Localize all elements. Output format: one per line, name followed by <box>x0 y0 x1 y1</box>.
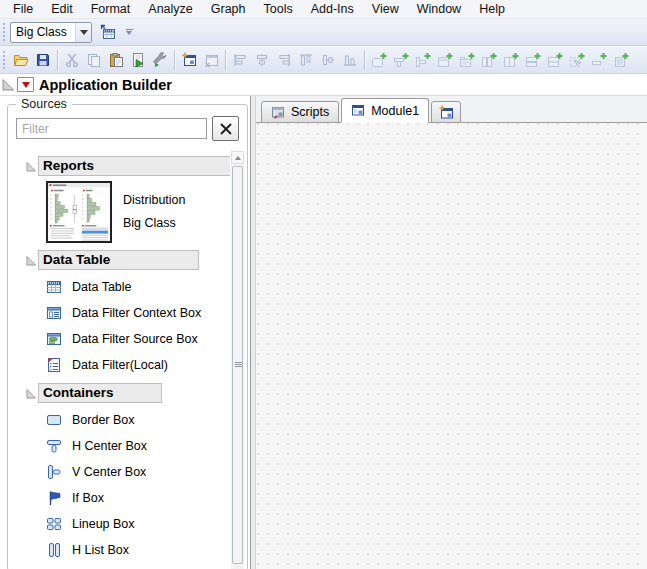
add-v-center-box-icon <box>415 52 431 68</box>
workspace-panel: Scripts Module1 <box>256 96 647 569</box>
data-filter-local-icon <box>45 356 63 374</box>
debug-application-icon <box>152 52 168 68</box>
add-sheet-box-button[interactable] <box>610 48 632 71</box>
menu-tools[interactable]: Tools <box>255 0 302 18</box>
section-header-containers[interactable]: Containers <box>38 383 162 403</box>
align-top-button[interactable] <box>295 48 317 71</box>
add-v-splitter-box-button[interactable] <box>544 48 566 71</box>
red-triangle-icon <box>22 82 30 88</box>
list-item-data-filter-context-box[interactable]: Data Filter Context Box <box>9 300 230 326</box>
list-item-h-center-box[interactable]: H Center Box <box>9 433 230 459</box>
add-spacer-box-button[interactable] <box>588 48 610 71</box>
if-box-icon <box>45 489 63 507</box>
add-selection-box-button[interactable] <box>566 48 588 71</box>
list-item-lineup-box[interactable]: Lineup Box <box>9 511 230 537</box>
list-item-distribution-report[interactable]: Distribution Big Class <box>46 181 230 243</box>
run-application-icon <box>130 52 146 68</box>
list-item-data-table[interactable]: Data Table <box>9 274 230 300</box>
disclosure-triangle-icon[interactable] <box>26 162 36 172</box>
menu-graph[interactable]: Graph <box>202 0 255 18</box>
outline-collapse-icon[interactable] <box>2 79 14 91</box>
open-icon <box>13 52 29 68</box>
section-label: Reports <box>43 158 94 173</box>
toolbar-overflow-button[interactable] <box>123 21 135 43</box>
menu-edit[interactable]: Edit <box>42 0 82 18</box>
list-item-h-list-box[interactable]: H List Box <box>9 537 230 563</box>
tab-new-module[interactable] <box>431 101 461 123</box>
paste-button[interactable] <box>105 48 127 71</box>
add-panel-box-button[interactable] <box>434 48 456 71</box>
menu-analyze[interactable]: Analyze <box>139 0 201 18</box>
menu-help[interactable]: Help <box>470 0 514 18</box>
run-application-button[interactable] <box>127 48 149 71</box>
module-design-canvas[interactable] <box>256 123 647 569</box>
menu-window[interactable]: Window <box>408 0 470 18</box>
scrollbar-up-button[interactable] <box>231 151 244 164</box>
copy-button[interactable] <box>83 48 105 71</box>
chevron-down-icon[interactable] <box>75 23 91 42</box>
menu-add-ins[interactable]: Add-Ins <box>302 0 363 18</box>
add-h-list-box-icon <box>481 52 497 68</box>
menu-bar: File Edit Format Analyze Graph Tools Add… <box>0 0 647 19</box>
toolbar-grip[interactable] <box>3 51 5 69</box>
list-item-v-list-box[interactable]: V List Box <box>9 563 230 569</box>
open-button[interactable] <box>10 48 32 71</box>
section-header-data-table[interactable]: Data Table <box>38 250 199 270</box>
add-h-center-box-icon <box>393 52 409 68</box>
scrollbar-grip-icon <box>235 362 242 368</box>
add-h-center-box-button[interactable] <box>390 48 412 71</box>
add-h-splitter-box-button[interactable] <box>500 48 522 71</box>
new-module-button[interactable] <box>178 48 200 71</box>
data-table-toolbar: Big Class <box>0 19 647 46</box>
menu-view[interactable]: View <box>363 0 408 18</box>
data-table-select[interactable]: Big Class <box>10 22 92 43</box>
debug-application-button[interactable] <box>149 48 171 71</box>
list-item-if-box[interactable]: If Box <box>9 485 230 511</box>
sources-group-label: Sources <box>16 97 72 111</box>
list-item-border-box[interactable]: Border Box <box>9 407 230 433</box>
align-right-button[interactable] <box>273 48 295 71</box>
align-center-horizontal-button[interactable] <box>251 48 273 71</box>
toolbar-separator <box>364 50 365 70</box>
item-label: H List Box <box>72 543 129 557</box>
section-header-reports[interactable]: Reports <box>38 156 230 176</box>
tab-scripts[interactable]: Scripts <box>261 101 339 123</box>
scripts-tab-icon <box>271 105 286 120</box>
cut-button[interactable] <box>61 48 83 71</box>
toolbar-separator <box>225 50 226 70</box>
tab-module1[interactable]: Module1 <box>341 98 429 123</box>
sources-panel: Sources Reports <box>0 96 250 569</box>
clear-filter-button[interactable] <box>212 116 239 141</box>
disclosure-triangle-icon[interactable] <box>26 389 36 399</box>
list-item-data-filter-local[interactable]: Data Filter(Local) <box>9 352 230 378</box>
add-v-list-box-icon <box>525 52 541 68</box>
sources-groupbox: Sources Reports <box>7 104 248 569</box>
section-label: Containers <box>43 385 114 400</box>
add-border-box-icon <box>371 52 387 68</box>
add-v-center-box-button[interactable] <box>412 48 434 71</box>
red-triangle-menu-button[interactable] <box>17 77 34 92</box>
add-tab-box-icon <box>459 52 475 68</box>
save-button[interactable] <box>32 48 54 71</box>
align-bottom-button[interactable] <box>339 48 361 71</box>
list-item-v-center-box[interactable]: V Center Box <box>9 459 230 485</box>
align-center-vertical-button[interactable] <box>317 48 339 71</box>
filter-input[interactable] <box>16 118 207 139</box>
sources-scrollbar[interactable] <box>231 151 244 569</box>
data-filter-source-box-icon <box>45 330 63 348</box>
add-tab-box-button[interactable] <box>456 48 478 71</box>
delete-module-button[interactable] <box>200 48 222 71</box>
item-label: V Center Box <box>72 465 146 479</box>
list-item-data-filter-source-box[interactable]: Data Filter Source Box <box>9 326 230 352</box>
menu-file[interactable]: File <box>4 0 42 18</box>
align-left-button[interactable] <box>229 48 251 71</box>
menu-format[interactable]: Format <box>82 0 140 18</box>
add-h-list-box-button[interactable] <box>478 48 500 71</box>
scrollbar-thumb[interactable] <box>232 166 243 564</box>
toolbar-grip[interactable] <box>3 23 5 41</box>
add-border-box-button[interactable] <box>368 48 390 71</box>
item-label: Border Box <box>72 413 135 427</box>
disclosure-triangle-icon[interactable] <box>26 256 36 266</box>
new-data-table-button[interactable] <box>97 21 119 44</box>
add-v-list-box-button[interactable] <box>522 48 544 71</box>
